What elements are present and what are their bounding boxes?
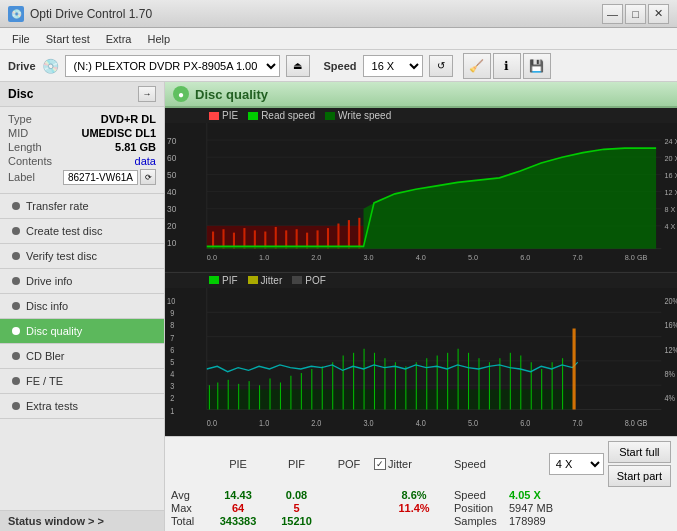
svg-rect-79 [207, 389, 573, 409]
top-chart-container: PIE Read speed Write speed [165, 108, 677, 272]
disc-label-value: 86271-VW61A [63, 170, 138, 185]
svg-rect-91 [322, 366, 323, 409]
svg-text:16%: 16% [664, 319, 677, 330]
svg-text:5.0: 5.0 [468, 416, 478, 427]
svg-text:2.0: 2.0 [311, 416, 321, 427]
max-position-val: 5947 MB [509, 502, 553, 514]
svg-rect-110 [520, 355, 521, 409]
pof-header: POF [324, 458, 374, 470]
disc-expand-button[interactable]: → [138, 86, 156, 102]
nav-item-label: Create test disc [26, 225, 102, 237]
app-title: Opti Drive Control 1.70 [30, 7, 152, 21]
svg-text:8.0 GB: 8.0 GB [625, 253, 648, 262]
nav-dot [12, 377, 20, 385]
svg-rect-107 [489, 362, 490, 409]
jitter-header: ✓ Jitter [374, 458, 454, 470]
svg-text:4: 4 [170, 368, 174, 379]
erase-button[interactable]: 🧹 [463, 53, 491, 79]
pof-legend: POF [292, 275, 326, 286]
avg-pie: 14.43 [207, 489, 269, 501]
start-full-button[interactable]: Start full [608, 441, 671, 463]
maximize-button[interactable]: □ [625, 4, 646, 24]
svg-text:9: 9 [170, 307, 174, 318]
svg-text:6: 6 [170, 343, 174, 354]
sidebar-item-disc-quality[interactable]: Disc quality [0, 319, 164, 344]
svg-rect-84 [249, 381, 250, 409]
svg-text:4.0: 4.0 [416, 416, 426, 427]
svg-rect-114 [562, 358, 563, 409]
avg-speed-label: Speed [454, 489, 509, 501]
svg-rect-44 [337, 224, 339, 249]
svg-rect-95 [364, 348, 365, 409]
close-button[interactable]: ✕ [648, 4, 669, 24]
speed-header: Speed [454, 458, 509, 470]
sidebar-item-verify-test-disc[interactable]: Verify test disc [0, 244, 164, 269]
sidebar-item-create-test-disc[interactable]: Create test disc [0, 219, 164, 244]
nav-dot [12, 352, 20, 360]
disc-length-label: Length [8, 141, 42, 153]
pie-legend: PIE [209, 110, 238, 121]
disc-type-row: Type DVD+R DL [8, 113, 156, 125]
svg-rect-94 [353, 352, 354, 409]
drive-select[interactable]: (N:) PLEXTOR DVDR PX-8905A 1.00 [65, 55, 280, 77]
pie-color [209, 112, 219, 120]
jitter-color [248, 276, 258, 284]
minimize-button[interactable]: — [602, 4, 623, 24]
status-window-toggle[interactable]: Status window > > [0, 510, 164, 531]
svg-rect-90 [311, 369, 312, 410]
disc-mid-value: UMEDISC DL1 [81, 127, 156, 139]
pof-color [292, 276, 302, 284]
content-area: ● Disc quality PIE Read speed [165, 82, 677, 531]
total-samples-label: Samples [454, 515, 509, 527]
svg-rect-100 [416, 362, 417, 409]
menu-file[interactable]: File [4, 28, 38, 50]
nav-dot [12, 327, 20, 335]
label-refresh-button[interactable]: ⟳ [140, 169, 156, 185]
svg-rect-98 [395, 362, 396, 409]
sidebar-item-disc-info[interactable]: Disc info [0, 294, 164, 319]
nav-items: Transfer rate Create test disc Verify te… [0, 194, 164, 419]
speed-select[interactable]: 16 X8 X4 X [363, 55, 423, 77]
sidebar-item-transfer-rate[interactable]: Transfer rate [0, 194, 164, 219]
svg-text:16 X: 16 X [664, 171, 677, 180]
svg-text:20 X: 20 X [664, 153, 677, 162]
menu-start-test[interactable]: Start test [38, 28, 98, 50]
pif-label: PIF [222, 275, 238, 286]
disc-contents-label: Contents [8, 155, 52, 167]
window-controls: — □ ✕ [602, 4, 669, 24]
svg-text:4%: 4% [664, 392, 675, 403]
svg-rect-45 [348, 220, 350, 249]
jitter-header-label: Jitter [388, 458, 412, 470]
save-button[interactable]: 💾 [523, 53, 551, 79]
write-speed-color [325, 112, 335, 120]
sidebar-item-cd-bler[interactable]: CD Bler [0, 344, 164, 369]
svg-text:50: 50 [167, 169, 176, 179]
menu-extra[interactable]: Extra [98, 28, 140, 50]
top-chart-svg: 70 60 50 40 30 20 10 24 X 20 X 16 X 12 X… [165, 123, 677, 272]
title-bar-left: 💿 Opti Drive Control 1.70 [8, 6, 152, 22]
jitter-checkbox[interactable]: ✓ [374, 458, 386, 470]
sidebar-item-fe-te[interactable]: FE / TE [0, 369, 164, 394]
nav-item-label: Transfer rate [26, 200, 89, 212]
info-button[interactable]: ℹ [493, 53, 521, 79]
svg-rect-93 [343, 355, 344, 409]
menu-help[interactable]: Help [139, 28, 178, 50]
svg-text:2.0: 2.0 [311, 253, 321, 262]
eject-button[interactable]: ⏏ [286, 55, 310, 77]
svg-text:20: 20 [167, 221, 176, 231]
sidebar-item-extra-tests[interactable]: Extra tests [0, 394, 164, 419]
svg-rect-105 [468, 352, 469, 409]
svg-rect-104 [458, 348, 459, 409]
svg-text:6.0: 6.0 [520, 416, 530, 427]
max-pif: 5 [269, 502, 324, 514]
disc-quality-icon: ● [173, 86, 189, 102]
pof-label: POF [305, 275, 326, 286]
svg-rect-103 [447, 352, 448, 409]
refresh-speed-button[interactable]: ↺ [429, 55, 453, 77]
quality-speed-select[interactable]: 4 X8 X [549, 453, 604, 475]
disc-contents-value: data [135, 155, 156, 167]
svg-rect-89 [301, 373, 302, 409]
max-label: Max [171, 502, 207, 514]
sidebar-item-drive-info[interactable]: Drive info [0, 269, 164, 294]
start-part-button[interactable]: Start part [608, 465, 671, 487]
